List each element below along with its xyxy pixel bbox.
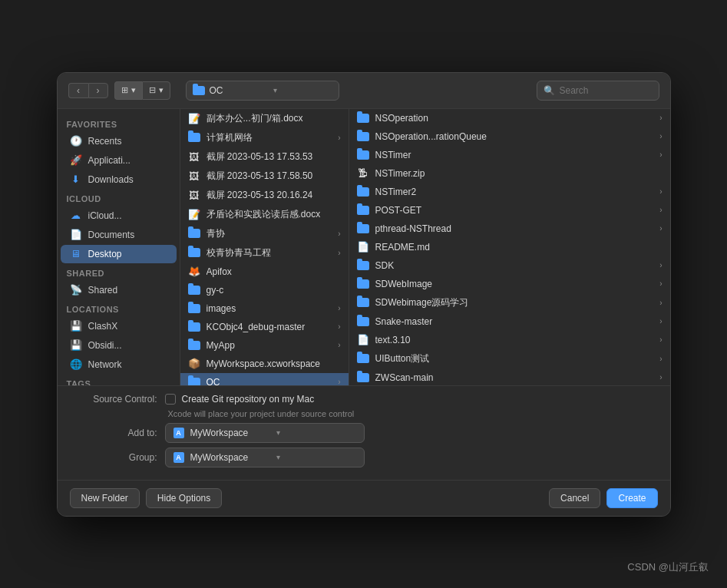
sidebar-item-clashx[interactable]: 💾 ClashX [61, 317, 177, 335]
sidebar-item-desktop[interactable]: 🖥 Desktop [61, 245, 177, 263]
chevron-right-icon: › [659, 206, 662, 214]
list-item[interactable]: POST-GET › [349, 201, 670, 220]
git-checkbox[interactable] [165, 394, 176, 405]
clashx-icon: 💾 [70, 320, 82, 332]
list-item[interactable]: SDWebimage源码学习 › [349, 293, 670, 312]
downloads-label: Downloads [88, 174, 134, 185]
bottom-bar: New Folder Hide Options Cancel Create [58, 480, 670, 516]
documents-icon: 📄 [70, 229, 82, 241]
column-view-icon: ⊞ [121, 85, 128, 95]
list-item[interactable]: 📝 矛盾论和实践论读后感.docx [180, 205, 349, 224]
list-item[interactable]: 🦊 Apifox [180, 263, 349, 281]
folder-icon [188, 339, 200, 352]
desktop-label: Desktop [88, 249, 122, 259]
file-column-1: 📝 副本办公...初门/箱.docx 计算机网络 › 🖼 截屏 2023-05-… [180, 109, 349, 385]
view-chevron: ▾ [131, 85, 136, 95]
list-item[interactable]: pthread-NSThread › [349, 220, 670, 238]
source-control-panel: Source Control: Create Git repository on… [58, 385, 670, 480]
icloud-section-label: iCloud [58, 190, 180, 206]
list-item[interactable]: SDWebImage › [349, 275, 670, 293]
add-to-chevron-icon: ▾ [276, 428, 356, 437]
sidebar-item-recents[interactable]: 🕐 Recents [61, 132, 177, 150]
add-to-value: MyWorkspace [190, 428, 270, 438]
network-label: Network [88, 359, 122, 370]
folder-icon [357, 112, 369, 124]
add-to-dropdown[interactable]: A MyWorkspace ▾ [165, 423, 365, 443]
sidebar-item-network[interactable]: 🌐 Network [61, 355, 177, 374]
app-icon: 🦊 [188, 266, 200, 278]
list-item[interactable]: 📄 text.3.10 › [349, 331, 670, 349]
cancel-button[interactable]: Cancel [549, 488, 600, 508]
list-item[interactable]: NSOperation › [349, 109, 670, 127]
back-button[interactable]: ‹ [68, 83, 88, 98]
list-item[interactable]: 🖼 截屏 2023-05-13 17.58.50 [180, 167, 349, 186]
sidebar-item-shared[interactable]: 📡 Shared [61, 281, 177, 299]
save-dialog: ‹ › ⊞ ▾ ⊟ ▾ OC ▾ 🔍 Favorites [57, 72, 671, 517]
file-column-2: NSOperation › NSOperation...rationQueue … [349, 109, 670, 385]
list-item[interactable]: images › [180, 299, 349, 318]
chevron-right-icon: › [338, 249, 340, 257]
chevron-right-icon: › [659, 373, 662, 382]
list-item[interactable]: UIButton测试 › [349, 349, 670, 368]
list-item[interactable]: SDK › [349, 256, 670, 275]
sidebar-item-icloud[interactable]: ☁ iCloud... [61, 206, 177, 225]
list-item[interactable]: 🗜 NSTimer.zip [349, 164, 670, 183]
sidebar: Favorites 🕐 Recents 🚀 Applicati... ⬇ Dow… [58, 109, 180, 385]
list-item[interactable]: 📄 README.md [349, 238, 670, 256]
folder-icon [357, 315, 369, 328]
gallery-chevron: ▾ [159, 85, 164, 95]
gallery-view-icon: ⊟ [149, 85, 156, 95]
sidebar-item-obsidian[interactable]: 💾 Obsidi... [61, 336, 177, 355]
tags-section-label: Tags [58, 375, 180, 385]
list-item[interactable]: ZWScan-main › [349, 368, 670, 385]
chevron-right-icon: › [338, 378, 340, 385]
search-input[interactable] [560, 85, 653, 96]
create-button[interactable]: Create [606, 488, 657, 508]
new-folder-button[interactable]: New Folder [70, 488, 140, 508]
sidebar-item-documents[interactable]: 📄 Documents [61, 226, 177, 244]
view-buttons: ⊞ ▾ ⊟ ▾ [114, 81, 170, 100]
gallery-view-button[interactable]: ⊟ ▾ [142, 81, 170, 100]
xcworkspace-icon: 📦 [188, 358, 200, 370]
list-item[interactable]: 校青协青马工程 › [180, 243, 349, 263]
list-item[interactable]: OC › [180, 373, 349, 385]
recents-icon: 🕐 [70, 135, 82, 147]
sidebar-item-applications[interactable]: 🚀 Applicati... [61, 151, 177, 170]
search-box[interactable]: 🔍 [537, 81, 659, 101]
sidebar-item-downloads[interactable]: ⬇ Downloads [61, 170, 177, 189]
list-item[interactable]: 青协 › [180, 224, 349, 243]
add-to-label: Add to: [73, 428, 157, 438]
desktop-icon: 🖥 [70, 248, 82, 260]
folder-icon [357, 223, 369, 235]
list-item[interactable]: 📦 MyWorkspace.xcworkspace [180, 355, 349, 373]
list-item[interactable]: 📝 副本办公...初门/箱.docx [180, 109, 349, 128]
list-item[interactable]: 计算机网络 › [180, 128, 349, 147]
list-item[interactable]: MyApp › [180, 336, 349, 355]
column-view-button[interactable]: ⊞ ▾ [114, 81, 142, 100]
obsidian-icon: 💾 [70, 339, 82, 352]
list-item[interactable]: NSTimer2 › [349, 183, 670, 201]
screenshot-icon: 🖼 [188, 170, 200, 182]
file-icon: 📄 [357, 334, 369, 346]
list-item[interactable]: KCObjc4_debug-master › [180, 318, 349, 336]
location-dropdown[interactable]: OC ▾ [186, 81, 339, 101]
documents-label: Documents [88, 230, 135, 240]
add-to-row: Add to: A MyWorkspace ▾ [73, 423, 655, 443]
chevron-right-icon: › [659, 335, 662, 344]
list-item[interactable]: NSOperation...rationQueue › [349, 127, 670, 146]
nav-buttons: ‹ › [68, 83, 108, 98]
forward-button[interactable]: › [88, 83, 108, 98]
list-item[interactable]: 🖼 截屏 2023-05-13 20.16.24 [180, 186, 349, 205]
list-item[interactable]: NSTimer › [349, 146, 670, 164]
group-dropdown[interactable]: A MyWorkspace ▾ [165, 448, 365, 467]
group-chevron-icon: ▾ [276, 453, 356, 461]
chevron-right-icon: › [659, 317, 662, 325]
hide-options-button[interactable]: Hide Options [146, 488, 222, 508]
list-item[interactable]: gy-c [180, 281, 349, 299]
list-item[interactable]: 🖼 截屏 2023-05-13 17.53.53 [180, 147, 349, 167]
git-checkbox-area: Create Git repository on my Mac [165, 394, 315, 405]
folder-icon [188, 302, 200, 315]
folder-icon [188, 321, 200, 333]
list-item[interactable]: Snake-master › [349, 312, 670, 331]
project-icon: A [173, 428, 184, 438]
